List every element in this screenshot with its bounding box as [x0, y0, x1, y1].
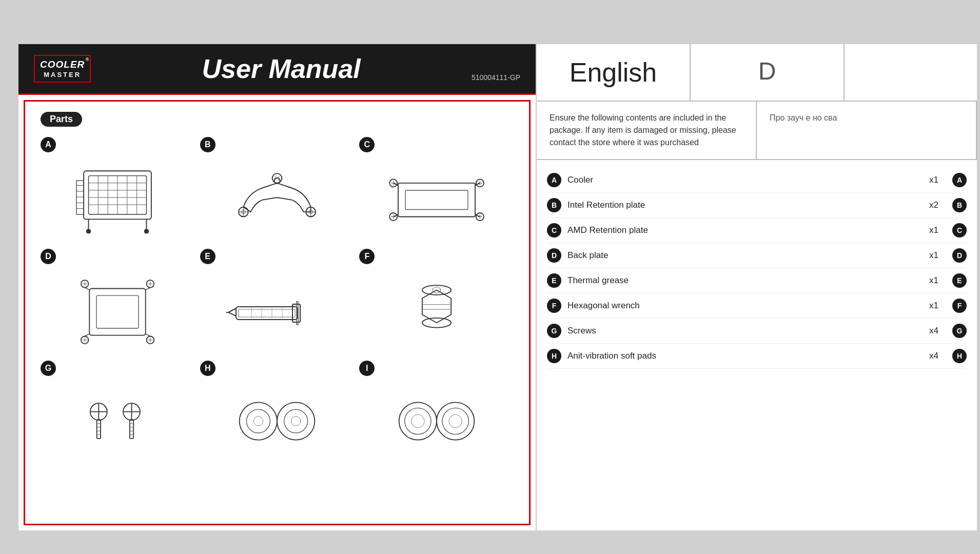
svg-rect-11 [76, 181, 84, 214]
part-qty: x2 [923, 200, 938, 210]
amd-retention-svg [380, 159, 493, 236]
description-russian: Про зауч е но сва [757, 102, 977, 159]
header: ® COOLER MASTER User Manual 510004111-GP [18, 44, 536, 95]
part-name: Screws [567, 326, 917, 336]
svg-point-100 [240, 402, 277, 440]
svg-rect-34 [405, 190, 468, 210]
part-circle-right: D [952, 248, 967, 263]
part-circle-left: A [547, 173, 561, 187]
logo-bottom: MASTER [40, 71, 85, 79]
part-circle-right: H [952, 349, 967, 363]
pads-svg [226, 393, 328, 449]
svg-rect-87 [97, 420, 101, 439]
part-image-c [359, 156, 514, 239]
part-image-f [359, 268, 514, 350]
part-label-h: H [200, 361, 215, 376]
svg-line-58 [146, 287, 150, 290]
part-image-d [41, 268, 195, 350]
part-circle-right: A [952, 173, 967, 187]
part-item-c: C [359, 137, 514, 239]
right-panel: English D Ensure the following contents … [537, 44, 977, 530]
part-image-g [41, 380, 195, 462]
part-item-e: E [200, 249, 355, 350]
part-item-h: H [200, 361, 355, 462]
parts-list-row: H Anit-vibration soft pads x4 H [547, 344, 967, 369]
part-label-e: E [200, 249, 215, 264]
description-row: Ensure the following contents are includ… [537, 102, 977, 160]
part-image-e [200, 268, 355, 350]
intel-retention-svg [226, 159, 328, 236]
part-circle-right: F [952, 299, 967, 313]
part-name: AMD Retention plate [567, 225, 917, 235]
part-name: Intel Retention plate [567, 200, 917, 210]
part-item-d: D [41, 249, 195, 350]
part-circle-left: H [547, 349, 561, 363]
part-item-i: I [359, 361, 514, 462]
svg-point-103 [277, 402, 315, 440]
part-name: Thermal grease [567, 275, 917, 286]
english-label: English [570, 57, 657, 87]
parts-list: A Cooler x1 A B Intel Retention plate x2… [537, 160, 977, 530]
part-qty: x4 [923, 326, 938, 336]
part-circle-left: G [547, 324, 561, 338]
svg-line-57 [85, 287, 90, 290]
part-image-i [359, 380, 514, 462]
manual-title: User Manual [111, 53, 451, 84]
parts-label: Parts [41, 112, 82, 127]
parts-list-row: B Intel Retention plate x2 B [547, 193, 967, 218]
part-name: Anit-vibration soft pads [567, 351, 917, 361]
part-qty: x1 [923, 175, 938, 185]
logo-top: COOLER [40, 59, 85, 71]
svg-rect-70 [239, 309, 295, 317]
part-circle-right: E [952, 273, 967, 288]
part-label-f: F [359, 249, 375, 264]
backplate-svg [66, 270, 169, 349]
page-container: ® COOLER MASTER User Manual 510004111-GP… [18, 44, 977, 531]
parts-list-row: D Back plate x1 D [547, 243, 967, 268]
parts-list-row: E Thermal grease x1 E [547, 268, 967, 293]
part-qty: x4 [923, 351, 938, 361]
parts-list-row: G Screws x4 G [547, 319, 967, 344]
parts-list-row: C AMD Retention plate x1 C [547, 218, 967, 243]
part-qty: x1 [923, 225, 938, 235]
part-label-d: D [41, 249, 56, 264]
part-qty: x1 [923, 250, 938, 261]
tab-other[interactable]: D [691, 44, 845, 101]
svg-line-59 [85, 333, 90, 336]
part-qty: x1 [923, 275, 938, 286]
svg-point-102 [253, 417, 263, 426]
svg-line-60 [146, 333, 150, 336]
part-label-i: I [359, 361, 375, 376]
part-name: Cooler [567, 175, 917, 185]
tab-english[interactable]: English [537, 44, 691, 101]
part-image-a [41, 156, 195, 239]
screws-svg [66, 393, 169, 449]
logo: ® COOLER MASTER [34, 55, 91, 83]
svg-point-107 [404, 408, 430, 434]
item-i-svg [385, 393, 488, 449]
svg-point-108 [411, 414, 424, 428]
english-description: Ensure the following contents are includ… [550, 113, 736, 147]
part-name: Hexagonal wrench [567, 301, 917, 311]
part-item-a: A [41, 137, 195, 239]
part-circle-left: B [547, 198, 561, 212]
svg-rect-95 [130, 420, 133, 439]
svg-rect-52 [96, 295, 139, 328]
part-item-f: F [359, 249, 514, 350]
description-english: Ensure the following contents are includ… [537, 102, 757, 159]
part-name: Back plate [567, 250, 917, 261]
svg-rect-69 [236, 307, 298, 320]
cooler-svg [61, 156, 174, 239]
part-circle-left: E [547, 273, 561, 288]
parts-list-row: F Hexagonal wrench x1 F [547, 293, 967, 319]
part-circle-left: C [547, 223, 561, 238]
svg-point-101 [246, 409, 270, 433]
parts-diagram-area: Parts A [24, 100, 531, 525]
left-panel: ® COOLER MASTER User Manual 510004111-GP… [18, 44, 537, 530]
part-item-g: G [41, 361, 195, 462]
svg-point-105 [291, 417, 300, 426]
part-label-g: G [41, 361, 56, 376]
parts-list-row: A Cooler x1 A [547, 168, 967, 193]
part-label-a: A [41, 137, 56, 152]
svg-point-104 [284, 409, 308, 433]
